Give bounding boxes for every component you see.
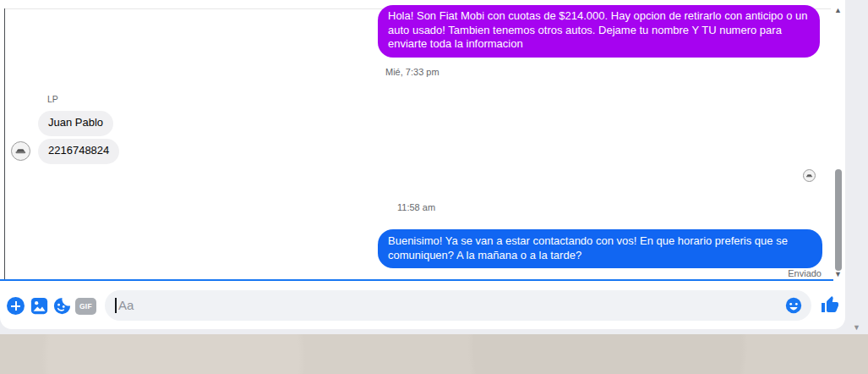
- windows-taskbar: ✂: [0, 334, 868, 374]
- timestamp-wednesday: Mié, 7:33 pm: [385, 67, 439, 77]
- message-bubble-incoming-name: Juan Pablo: [38, 111, 113, 136]
- composer-top-border: [0, 279, 833, 281]
- message-bubble-outgoing-purple: Hola! Son Fiat Mobi con cuotas de $214.0…: [378, 5, 820, 58]
- car-logo-icon: [14, 145, 27, 157]
- timestamp-morning: 11:58 am: [397, 202, 435, 212]
- sticker-icon: [53, 297, 71, 315]
- message-input[interactable]: Aa: [105, 290, 811, 321]
- message-bubble-outgoing-blue: Buenisimo! Ya se van a estar contactando…: [378, 229, 822, 268]
- scrollbar-up-icon[interactable]: ▲: [834, 6, 842, 14]
- emoji-button[interactable]: [785, 297, 802, 314]
- image-icon: [30, 297, 48, 315]
- delivery-status: Enviado: [718, 268, 822, 278]
- car-logo-icon: [805, 172, 813, 179]
- scrollbar-down-icon[interactable]: ▼: [834, 270, 842, 278]
- gif-button[interactable]: GIF: [75, 298, 96, 315]
- seen-receipt-avatar: [803, 169, 816, 182]
- sender-initials-label: LP: [47, 94, 58, 104]
- scrollbar-thumb[interactable]: [835, 169, 842, 271]
- thumbs-up-icon: [820, 294, 840, 315]
- text-caret: [115, 298, 117, 313]
- smiley-icon: [785, 297, 802, 314]
- contact-avatar[interactable]: [11, 141, 30, 161]
- window-resize-hint-icon: ▼: [853, 323, 860, 332]
- send-like-button[interactable]: [820, 294, 840, 315]
- open-more-actions-button[interactable]: [7, 297, 25, 315]
- attach-image-button[interactable]: [30, 297, 48, 315]
- message-input-placeholder: Aa: [118, 298, 134, 312]
- window-left-edge: [4, 8, 5, 281]
- gif-button-label: GIF: [79, 302, 92, 311]
- message-bubble-incoming-phone: 2216748824: [38, 139, 119, 164]
- chat-window: Hola! Son Fiat Mobi con cuotas de $214.0…: [0, 0, 845, 329]
- sticker-button[interactable]: [53, 297, 71, 315]
- messenger-screen: Hola! Son Fiat Mobi con cuotas de $214.0…: [0, 0, 868, 374]
